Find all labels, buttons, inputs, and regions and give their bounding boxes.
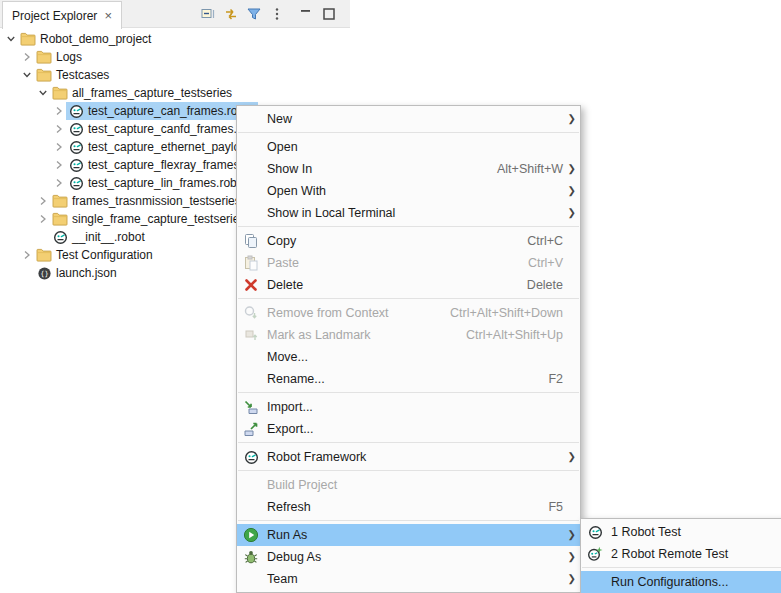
copy-icon bbox=[242, 233, 260, 249]
menu-item-shortcut: Ctrl+C bbox=[505, 234, 563, 248]
menu-item-copy[interactable]: CopyCtrl+C bbox=[237, 230, 580, 252]
tree-item-content: Testcases bbox=[34, 66, 113, 84]
menu-separator bbox=[238, 470, 579, 471]
menu-item-label: Remove from Context bbox=[267, 306, 389, 320]
svg-text:{}: {} bbox=[40, 269, 48, 278]
menu-item-build-project: Build Project bbox=[237, 474, 580, 496]
landmark-icon bbox=[242, 327, 260, 343]
menu-item-import[interactable]: Import... bbox=[237, 396, 580, 418]
chevron-right-icon[interactable] bbox=[36, 194, 50, 208]
tree-item-label: all_frames_capture_testseries bbox=[72, 85, 232, 101]
link-with-editor-icon[interactable] bbox=[221, 4, 241, 24]
tree-item-content: single_frame_capture_testseries bbox=[50, 210, 249, 228]
menu-item-label: Refresh bbox=[267, 500, 311, 514]
menu-item-label: Build Project bbox=[267, 478, 337, 492]
tab-title: Project Explorer bbox=[12, 9, 97, 23]
submenu-arrow-icon: ❯ bbox=[563, 552, 576, 562]
tree-item-label: test_capture_can_frames.robot bbox=[88, 103, 254, 119]
tree-item-logs[interactable]: Logs bbox=[0, 48, 360, 66]
chevron-spacer bbox=[20, 266, 34, 280]
chevron-spacer bbox=[36, 230, 50, 244]
menu-item-label: Import... bbox=[267, 400, 313, 414]
menu-item-label: Team bbox=[267, 572, 298, 586]
submenu-item-1-robot-test[interactable]: 1 Robot Test bbox=[581, 521, 781, 543]
icon-spacer bbox=[242, 371, 260, 387]
menu-item-debug-as[interactable]: Debug As❯ bbox=[237, 546, 580, 568]
menu-item-export[interactable]: Export... bbox=[237, 418, 580, 440]
menu-item-move[interactable]: Move... bbox=[237, 346, 580, 368]
menu-item-run-as[interactable]: Run As❯ bbox=[237, 524, 580, 546]
icon-spacer bbox=[242, 349, 260, 365]
menu-item-open-with[interactable]: Open With❯ bbox=[237, 180, 580, 202]
paste-icon bbox=[242, 255, 260, 271]
tab-project-explorer[interactable]: Project Explorer × bbox=[2, 1, 122, 29]
submenu-arrow-icon: ❯ bbox=[563, 208, 576, 218]
chevron-right-icon[interactable] bbox=[52, 158, 66, 172]
tree-item-label: Test Configuration bbox=[56, 247, 153, 263]
delete-icon bbox=[242, 277, 260, 293]
menu-item-label: Run Configurations... bbox=[611, 575, 728, 589]
menu-item-shortcut: F2 bbox=[526, 372, 563, 386]
tree-item-label: launch.json bbox=[56, 265, 117, 281]
minimize-icon[interactable] bbox=[296, 4, 316, 24]
maximize-icon[interactable] bbox=[319, 4, 339, 24]
submenu-item-2-robot-remote-test[interactable]: 2 Robot Remote Test bbox=[581, 543, 781, 565]
close-icon[interactable]: × bbox=[104, 9, 112, 22]
tree-item-testcases[interactable]: Testcases bbox=[0, 66, 360, 84]
icon-spacer bbox=[242, 111, 260, 127]
submenu-arrow-icon: ❯ bbox=[563, 574, 576, 584]
chevron-right-icon[interactable] bbox=[20, 248, 34, 262]
tree-item-content: all_frames_capture_testseries bbox=[50, 84, 236, 102]
robot-file-icon bbox=[68, 175, 84, 191]
chevron-right-icon[interactable] bbox=[52, 140, 66, 154]
menu-item-shortcut: Ctrl+Alt+Shift+Down bbox=[428, 306, 563, 320]
view-menu-icon[interactable] bbox=[267, 4, 287, 24]
tree-item-robot-demo-project[interactable]: Robot_demo_project bbox=[0, 30, 360, 48]
menu-item-label: Debug As bbox=[267, 550, 321, 564]
menu-item-team[interactable]: Team❯ bbox=[237, 568, 580, 590]
chevron-right-icon[interactable] bbox=[52, 176, 66, 190]
submenu-item-run-configurations[interactable]: Run Configurations... bbox=[581, 571, 781, 593]
menu-item-refresh[interactable]: RefreshF5 bbox=[237, 496, 580, 518]
chevron-right-icon[interactable] bbox=[52, 104, 66, 118]
tree-item-content: test_capture_lin_frames.robot bbox=[66, 174, 251, 192]
chevron-down-icon[interactable] bbox=[20, 68, 34, 82]
view-toolbar bbox=[198, 0, 339, 28]
robot-file-icon bbox=[68, 139, 84, 155]
menu-item-show-in[interactable]: Show InAlt+Shift+W❯ bbox=[237, 158, 580, 180]
folder-icon bbox=[20, 31, 36, 47]
menu-item-mark-as-landmark: Mark as LandmarkCtrl+Alt+Shift+Up bbox=[237, 324, 580, 346]
tree-item-content: Test Configuration bbox=[34, 246, 157, 264]
chevron-down-icon[interactable] bbox=[4, 32, 18, 46]
menu-item-label: Open With bbox=[267, 184, 326, 198]
robot-file-icon bbox=[586, 524, 604, 540]
icon-spacer bbox=[586, 574, 604, 590]
tree-item-all-frames-capture-testseries[interactable]: all_frames_capture_testseries bbox=[0, 84, 360, 102]
robot-file-icon bbox=[68, 121, 84, 137]
menu-item-open[interactable]: Open bbox=[237, 136, 580, 158]
filter-icon[interactable] bbox=[244, 4, 264, 24]
folder-icon bbox=[52, 211, 68, 227]
folder-icon bbox=[52, 193, 68, 209]
menu-item-paste: PasteCtrl+V bbox=[237, 252, 580, 274]
menu-item-label: Copy bbox=[267, 234, 296, 248]
run-as-submenu: 1 Robot Test2 Robot Remote TestRun Confi… bbox=[580, 518, 781, 593]
chevron-down-icon[interactable] bbox=[36, 86, 50, 100]
menu-item-robot-framework[interactable]: Robot Framework❯ bbox=[237, 446, 580, 468]
debug-icon bbox=[242, 549, 260, 565]
collapse-all-icon[interactable] bbox=[198, 4, 218, 24]
menu-item-rename[interactable]: Rename...F2 bbox=[237, 368, 580, 390]
menu-item-delete[interactable]: DeleteDelete bbox=[237, 274, 580, 296]
icon-spacer bbox=[242, 183, 260, 199]
menu-item-show-in-local-terminal[interactable]: Show in Local Terminal❯ bbox=[237, 202, 580, 224]
chevron-right-icon[interactable] bbox=[36, 212, 50, 226]
menu-item-new[interactable]: New❯ bbox=[237, 108, 580, 130]
chevron-right-icon[interactable] bbox=[20, 50, 34, 64]
menu-item-label: New bbox=[267, 112, 292, 126]
tree-item-label: __init__.robot bbox=[72, 229, 145, 245]
menu-item-label: Show in Local Terminal bbox=[267, 206, 395, 220]
submenu-arrow-icon: ❯ bbox=[563, 164, 576, 174]
submenu-arrow-icon: ❯ bbox=[563, 114, 576, 124]
menu-separator bbox=[582, 567, 781, 568]
chevron-right-icon[interactable] bbox=[52, 122, 66, 136]
